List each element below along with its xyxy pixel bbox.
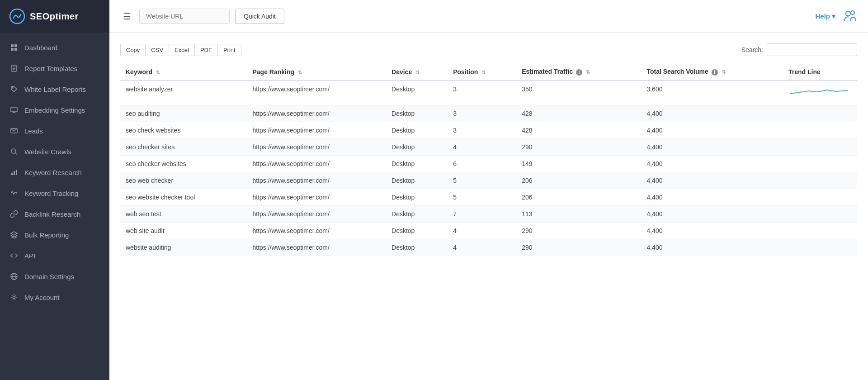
file-text-icon — [10, 64, 18, 72]
table-row: seo website checker tool https://www.seo… — [120, 189, 857, 206]
cell-estimated-traffic: 428 — [516, 105, 641, 122]
layers-icon — [10, 231, 18, 239]
pdf-button[interactable]: PDF — [194, 44, 217, 56]
sidebar-item-dashboard[interactable]: Dashboard — [0, 37, 109, 58]
table-row: web seo test https://www.seoptimer.com/ … — [120, 206, 857, 223]
sidebar-item-leads[interactable]: Leads — [0, 120, 109, 141]
col-page-ranking[interactable]: Page Ranking ⇅ — [247, 63, 387, 81]
table-row: website analyzer https://www.seoptimer.c… — [120, 81, 857, 105]
hamburger-button[interactable]: ☰ — [120, 8, 134, 24]
cell-page-ranking: https://www.seoptimer.com/ — [247, 105, 387, 122]
cell-trend-line — [783, 239, 857, 256]
activity-icon — [10, 189, 18, 197]
excel-button[interactable]: Excel — [169, 44, 194, 56]
cell-page-ranking: https://www.seoptimer.com/ — [247, 122, 387, 139]
cell-estimated-traffic: 290 — [516, 239, 641, 256]
sidebar-item-label: Keyword Research — [24, 169, 82, 176]
cell-total-search-volume: 4,400 — [641, 172, 783, 189]
cell-trend-line — [783, 223, 857, 239]
cell-estimated-traffic: 428 — [516, 122, 641, 139]
tag-icon — [10, 85, 18, 93]
url-input[interactable] — [139, 9, 230, 24]
sidebar-item-bulk-reporting[interactable]: Bulk Reporting — [0, 224, 109, 245]
cell-keyword: web seo test — [120, 206, 247, 223]
svg-rect-2 — [14, 44, 17, 47]
cell-device: Desktop — [386, 239, 448, 256]
print-button[interactable]: Print — [217, 44, 241, 56]
col-total-search-volume[interactable]: Total Search Volume i ⇅ — [641, 63, 783, 81]
sort-icon-estimated-traffic: ⇅ — [586, 69, 590, 75]
bar-chart-icon — [10, 168, 18, 176]
cell-trend-line — [783, 81, 857, 105]
cell-trend-line — [783, 156, 857, 172]
cell-trend-line — [783, 105, 857, 122]
help-button[interactable]: Help ▾ — [815, 12, 835, 20]
col-keyword[interactable]: Keyword ⇅ — [120, 63, 247, 81]
sidebar-nav: Dashboard Report Templates White Label R… — [0, 33, 109, 312]
info-icon-search-volume[interactable]: i — [712, 69, 718, 76]
sidebar-item-api[interactable]: API — [0, 245, 109, 266]
cell-estimated-traffic: 350 — [516, 81, 641, 105]
csv-button[interactable]: CSV — [145, 44, 169, 56]
cell-estimated-traffic: 149 — [516, 156, 641, 172]
table-row: seo checker websites https://www.seoptim… — [120, 156, 857, 172]
info-icon-estimated-traffic[interactable]: i — [576, 69, 582, 76]
cell-page-ranking: https://www.seoptimer.com/ — [247, 239, 387, 256]
cell-page-ranking: https://www.seoptimer.com/ — [247, 206, 387, 223]
cell-position: 7 — [448, 206, 516, 223]
cell-page-ranking: https://www.seoptimer.com/ — [247, 189, 387, 206]
svg-rect-17 — [14, 171, 15, 175]
col-position[interactable]: Position ⇅ — [448, 63, 516, 81]
sidebar-item-label: Domain Settings — [24, 273, 74, 280]
sidebar-item-white-label[interactable]: White Label Reports — [0, 79, 109, 100]
col-trend-line: Trend Line — [783, 63, 857, 81]
cell-position: 5 — [448, 189, 516, 206]
quick-audit-button[interactable]: Quick Audit — [235, 9, 284, 24]
cell-keyword: seo checker websites — [120, 156, 247, 172]
cell-device: Desktop — [386, 206, 448, 223]
cell-keyword: seo check websites — [120, 122, 247, 139]
sidebar-item-my-account[interactable]: My Account — [0, 287, 109, 308]
cell-estimated-traffic: 113 — [516, 206, 641, 223]
sidebar-item-label: API — [24, 252, 35, 260]
sidebar-item-report-templates[interactable]: Report Templates — [0, 58, 109, 79]
sidebar-item-website-crawls[interactable]: Website Crawls — [0, 141, 109, 162]
cell-keyword: website analyzer — [120, 81, 247, 105]
sort-icon-device: ⇅ — [415, 70, 420, 76]
trend-chart — [788, 86, 852, 99]
search-input[interactable] — [767, 43, 857, 56]
svg-point-14 — [11, 149, 16, 153]
cell-position: 3 — [448, 81, 516, 105]
copy-button[interactable]: Copy — [120, 44, 145, 56]
sidebar-item-embedding[interactable]: Embedding Settings — [0, 100, 109, 120]
sidebar-item-label: My Account — [24, 294, 60, 301]
sidebar-item-label: Leads — [24, 127, 43, 135]
grid-icon — [10, 43, 18, 52]
cell-device: Desktop — [386, 105, 448, 122]
sidebar-item-domain-settings[interactable]: Domain Settings — [0, 266, 109, 287]
code-icon — [10, 252, 18, 260]
cell-page-ranking: https://www.seoptimer.com/ — [247, 81, 387, 105]
cell-keyword: website auditing — [120, 239, 247, 256]
cell-position: 3 — [448, 122, 516, 139]
header-right: Help ▾ — [815, 8, 857, 24]
sort-icon-search-volume: ⇅ — [722, 69, 726, 75]
col-estimated-traffic[interactable]: Estimated Traffic i ⇅ — [516, 63, 641, 81]
table-row: seo check websites https://www.seoptimer… — [120, 122, 857, 139]
col-device[interactable]: Device ⇅ — [386, 63, 448, 81]
cell-device: Desktop — [386, 81, 448, 105]
user-avatar-button[interactable] — [843, 8, 857, 24]
sidebar-item-keyword-research[interactable]: Keyword Research — [0, 162, 109, 183]
cell-position: 4 — [448, 223, 516, 239]
cell-position: 6 — [448, 156, 516, 172]
cell-total-search-volume: 4,400 — [641, 239, 783, 256]
cell-page-ranking: https://www.seoptimer.com/ — [247, 223, 387, 239]
sort-icon-keyword: ⇅ — [156, 70, 160, 76]
sidebar-item-backlink-research[interactable]: Backlink Research — [0, 204, 109, 224]
header: ☰ Quick Audit Help ▾ — [109, 0, 868, 33]
cell-total-search-volume: 4,400 — [641, 189, 783, 206]
sort-icon-position: ⇅ — [481, 70, 486, 76]
cell-total-search-volume: 3,600 — [641, 81, 783, 105]
cell-keyword: seo web checker — [120, 172, 247, 189]
sidebar-item-keyword-tracking[interactable]: Keyword Tracking — [0, 183, 109, 204]
